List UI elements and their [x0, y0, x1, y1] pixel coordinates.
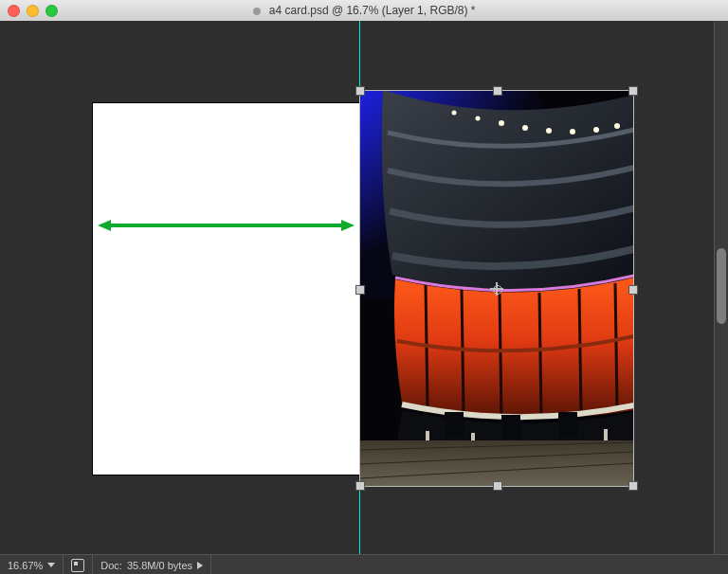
- traffic-lights: [8, 5, 58, 17]
- status-bar: 16.67% Doc: 35.8M/0 bytes: [0, 554, 728, 574]
- building-photo: [359, 90, 634, 487]
- svg-line-3: [462, 289, 464, 414]
- placed-image-layer[interactable]: [359, 90, 634, 487]
- svg-rect-9: [501, 415, 520, 439]
- expose-icon: [71, 559, 84, 572]
- zoom-value: 16.67%: [8, 560, 43, 571]
- vertical-scrollbar[interactable]: [714, 21, 728, 554]
- svg-marker-27: [98, 220, 111, 231]
- doc-label: Doc:: [100, 560, 122, 571]
- svg-line-4: [500, 293, 501, 419]
- svg-line-6: [579, 289, 581, 414]
- window-title: a4 card.psd @ 16.7% (Layer 1, RGB/8) *: [0, 4, 728, 17]
- minimize-icon[interactable]: [27, 5, 39, 17]
- svg-point-20: [546, 128, 552, 134]
- vertical-guide[interactable]: [359, 21, 360, 554]
- document-workspace[interactable]: [0, 21, 728, 554]
- window-title-text: a4 card.psd @ 16.7% (Layer 1, RGB/8) *: [269, 4, 476, 17]
- svg-rect-8: [445, 412, 464, 439]
- zoom-icon[interactable]: [46, 5, 58, 17]
- annotation-arrow-icon: [98, 218, 355, 233]
- unsaved-indicator-icon: [253, 8, 261, 15]
- zoom-level[interactable]: 16.67%: [0, 555, 64, 574]
- close-icon[interactable]: [8, 5, 20, 17]
- chevron-right-icon[interactable]: [197, 562, 203, 569]
- scrollbar-thumb[interactable]: [717, 248, 726, 324]
- svg-line-7: [615, 283, 617, 407]
- expose-button[interactable]: [64, 555, 93, 574]
- horizontal-scrollbar[interactable]: [211, 555, 728, 574]
- chevron-down-icon[interactable]: [47, 563, 55, 567]
- window-titlebar: a4 card.psd @ 16.7% (Layer 1, RGB/8) *: [0, 0, 728, 21]
- svg-rect-10: [558, 412, 577, 439]
- doc-size: 35.8M/0 bytes: [127, 560, 192, 571]
- document-canvas[interactable]: [93, 103, 359, 475]
- svg-point-23: [614, 123, 620, 129]
- svg-point-24: [476, 117, 481, 121]
- doc-info[interactable]: Doc: 35.8M/0 bytes: [93, 555, 211, 574]
- svg-point-19: [522, 125, 528, 131]
- svg-point-18: [499, 120, 504, 126]
- svg-marker-28: [341, 220, 355, 231]
- svg-point-21: [570, 129, 575, 135]
- svg-point-25: [452, 111, 457, 116]
- svg-line-5: [539, 293, 541, 419]
- svg-point-22: [593, 127, 599, 133]
- svg-rect-14: [359, 440, 634, 487]
